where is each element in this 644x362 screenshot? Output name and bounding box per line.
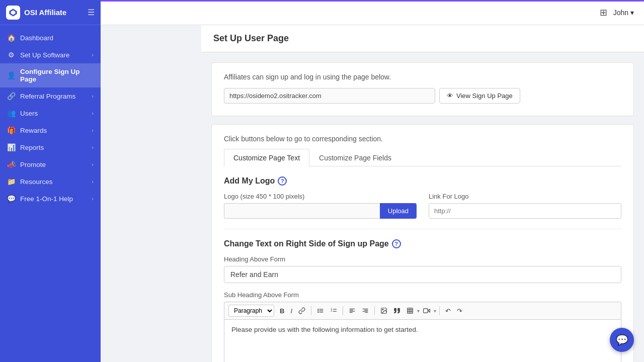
subheading-label: Sub Heading Above Form [224, 291, 621, 299]
chat-bubble[interactable]: 💬 [610, 328, 634, 352]
toolbar-divider-4 [439, 306, 440, 315]
chevron-icon-free-help: › [92, 196, 94, 202]
blockquote-button[interactable] [391, 306, 403, 316]
sidebar-icon-reports: 📊 [7, 143, 15, 151]
toolbar-divider-3 [374, 306, 375, 315]
sidebar-label-users: Users [20, 110, 38, 117]
svg-rect-19 [365, 312, 368, 313]
svg-rect-16 [363, 309, 368, 309]
link-for-logo-input[interactable] [429, 203, 621, 219]
sidebar-item-dashboard[interactable]: 🏠 Dashboard [0, 29, 101, 46]
sidebar-icon-configure-signup: 👤 [7, 71, 15, 79]
tabs-row: Customize Page Text Customize Page Field… [224, 149, 621, 166]
media-button[interactable] [421, 306, 433, 316]
svg-rect-22 [408, 308, 413, 314]
link-for-logo-label: Link For Logo [429, 193, 621, 200]
signup-url-input[interactable] [224, 88, 435, 104]
svg-rect-5 [319, 309, 324, 310]
sidebar-item-setup-software[interactable]: ⚙ Set Up Software › [0, 46, 101, 63]
url-row: 👁 View Sign Up Page [224, 88, 621, 104]
grid-icon[interactable]: ⊞ [600, 7, 607, 18]
heading-above-form-input[interactable] [224, 266, 621, 283]
svg-point-2 [317, 309, 318, 310]
hamburger-icon[interactable]: ☰ [88, 8, 95, 17]
chevron-icon-reports: › [92, 144, 94, 150]
svg-text:2.: 2. [331, 310, 333, 312]
svg-rect-28 [424, 309, 428, 313]
change-text-section: Change Text on Right Side of Sign up Pag… [224, 239, 621, 362]
sidebar-item-free-help[interactable]: 💬 Free 1-On-1 Help › [0, 190, 101, 207]
tab-content: Add My Logo ? Logo (size 450 * 100 pixel… [224, 166, 621, 362]
sidebar-item-resources[interactable]: 📁 Resources › [0, 173, 101, 190]
rich-toolbar: Paragraph B I 1.2. [224, 302, 621, 319]
svg-rect-18 [363, 311, 368, 312]
section1-desc: Affiliates can sign up and log in using … [224, 73, 621, 81]
logo-upload-area: Upload [224, 203, 417, 219]
heading-above-form-label: Heading Above Form [224, 255, 621, 263]
ordered-list-button[interactable]: 1.2. [328, 306, 340, 316]
bullet-list-button[interactable] [314, 306, 327, 316]
chat-icon: 💬 [616, 334, 628, 346]
redo-button[interactable]: ↷ [454, 306, 465, 316]
sidebar-label-promote: Promote [20, 161, 46, 168]
svg-rect-11 [333, 311, 337, 312]
svg-rect-13 [350, 310, 353, 310]
undo-button[interactable]: ↶ [443, 306, 453, 316]
italic-button[interactable]: I [288, 306, 295, 316]
sidebar-label-rewards: Rewards [20, 127, 47, 134]
view-signup-button[interactable]: 👁 View Sign Up Page [439, 88, 520, 104]
user-menu[interactable]: John ▾ [613, 9, 634, 17]
link-button[interactable] [296, 306, 308, 316]
svg-rect-14 [350, 311, 355, 312]
app-logo [6, 6, 20, 20]
sidebar-item-promote[interactable]: 📣 Promote › [0, 156, 101, 173]
rich-editor[interactable]: Please provide us with the following inf… [224, 319, 621, 362]
image-button[interactable] [378, 306, 390, 316]
sidebar-item-rewards[interactable]: 🎁 Rewards › [0, 122, 101, 139]
svg-rect-17 [364, 310, 368, 310]
change-text-heading: Change Text on Right Side of Sign up Pag… [224, 239, 621, 248]
paragraph-select[interactable]: Paragraph [228, 305, 274, 317]
sidebar-item-referral-programs[interactable]: 🔗 Referral Programs › [0, 87, 101, 105]
page-title: Set Up User Page [213, 33, 632, 44]
tab-customize-text[interactable]: Customize Page Text [224, 149, 309, 166]
sidebar-item-reports[interactable]: 📊 Reports › [0, 139, 101, 156]
sidebar-label-referral-programs: Referral Programs [20, 93, 75, 100]
chevron-icon-referral-programs: › [92, 93, 94, 99]
bold-button[interactable]: B [277, 306, 287, 316]
tab-customize-fields[interactable]: Customize Page Fields [309, 149, 401, 166]
svg-rect-7 [319, 312, 324, 312]
change-text-help-icon[interactable]: ? [392, 239, 401, 248]
sidebar-icon-dashboard: 🏠 [7, 34, 15, 42]
toolbar-divider-1 [311, 306, 311, 315]
sidebar-item-configure-signup[interactable]: 👤 Configure Sign Up Page [0, 63, 101, 87]
sidebar-icon-free-help: 💬 [7, 195, 15, 203]
subheading-content: Please provide us with the following inf… [231, 326, 418, 333]
table-button[interactable] [404, 306, 416, 316]
sidebar-icon-setup-software: ⚙ [7, 51, 15, 59]
logo-upload-col: Logo (size 450 * 100 pixels) Upload [224, 193, 417, 219]
heading-above-form-group: Heading Above Form [224, 255, 621, 283]
svg-rect-6 [319, 310, 324, 311]
sidebar-icon-users: 👥 [7, 109, 15, 117]
change-text-heading-text: Change Text on Right Side of Sign up Pag… [224, 239, 389, 248]
sidebar-item-users[interactable]: 👥 Users › [0, 105, 101, 122]
chevron-icon-promote: › [92, 161, 94, 167]
topbar: ⊞ John ▾ [101, 0, 644, 25]
sidebar-nav: 🏠 Dashboard ⚙ Set Up Software › 👤 Config… [0, 25, 101, 362]
upload-button[interactable]: Upload [380, 203, 417, 219]
svg-rect-15 [350, 312, 353, 313]
align-right-button[interactable] [359, 306, 371, 316]
add-logo-heading-text: Add My Logo [224, 176, 275, 186]
logo-help-icon[interactable]: ? [278, 176, 287, 186]
add-logo-heading: Add My Logo ? [224, 176, 621, 186]
align-left-button[interactable] [346, 306, 358, 316]
sidebar: OSI Affiliate ☰ 🏠 Dashboard ⚙ Set Up Sof… [0, 0, 101, 362]
subheading-above-form-group: Sub Heading Above Form Paragraph B I [224, 291, 621, 362]
url-section: Affiliates can sign up and log in using … [211, 62, 634, 116]
sidebar-label-free-help: Free 1-On-1 Help [20, 195, 73, 203]
sidebar-icon-promote: 📣 [7, 160, 15, 168]
chevron-icon-rewards: › [92, 127, 94, 133]
logo-file-input[interactable] [224, 203, 380, 219]
svg-marker-27 [428, 309, 430, 312]
